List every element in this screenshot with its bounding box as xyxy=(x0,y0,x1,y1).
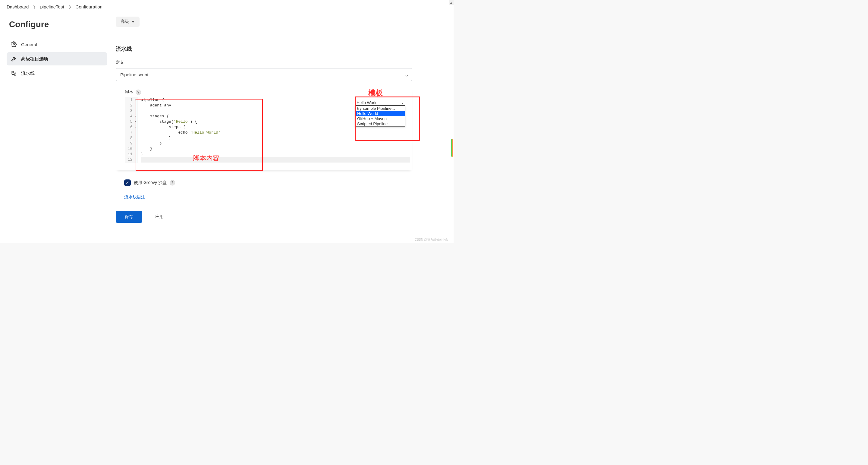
sidebar-item-general[interactable]: General xyxy=(7,38,107,51)
advanced-button[interactable]: 高级 ▼ xyxy=(116,17,140,27)
section-title-pipeline: 流水线 xyxy=(116,45,412,53)
help-icon[interactable]: ? xyxy=(135,90,141,95)
annotation-label-template: 模板 xyxy=(368,88,383,98)
pipeline-syntax-link[interactable]: 流水线语法 xyxy=(124,195,145,199)
divider xyxy=(116,38,412,38)
sandbox-checkbox[interactable]: ✓ xyxy=(124,179,131,186)
svg-point-0 xyxy=(13,44,15,45)
template-options-list: try sample Pipeline...Hello WorldGitHub … xyxy=(355,106,405,127)
editor-gutter: 1▾234▾5▾6▾789101112 xyxy=(125,97,138,163)
main-content: 高级 ▼ 流水线 定义 Pipeline script ⌵ 脚本 ? 1▾234… xyxy=(112,13,419,235)
script-label: 脚本 xyxy=(125,90,133,95)
sidebar-item-label: General xyxy=(21,42,37,47)
watermark: CSDN @努力成长的小余 xyxy=(415,238,448,242)
template-option[interactable]: Scripted Pipeline xyxy=(355,121,405,126)
definition-value: Pipeline script xyxy=(120,72,148,77)
scroll-indicator[interactable] xyxy=(451,139,453,157)
scroll-up-arrow[interactable]: ▲ xyxy=(449,0,454,5)
breadcrumb-pipelinetest[interactable]: pipelineTest xyxy=(40,4,64,9)
definition-select[interactable]: Pipeline script ⌵ xyxy=(116,68,412,81)
sidebar-item-label: 流水线 xyxy=(21,70,35,76)
wrench-icon xyxy=(11,56,17,62)
template-selected-value: Hello World xyxy=(356,100,378,105)
save-button[interactable]: 保存 xyxy=(116,211,142,223)
help-icon[interactable]: ? xyxy=(170,180,175,185)
breadcrumb: Dashboard ❯ pipelineTest ❯ Configuration xyxy=(0,0,454,13)
breadcrumb-dashboard[interactable]: Dashboard xyxy=(7,4,29,9)
sidebar-item-label: 高级项目选项 xyxy=(21,56,48,62)
annotation-label-script: 脚本内容 xyxy=(193,154,219,163)
apply-button[interactable]: 应用 xyxy=(147,211,172,223)
sidebar-item-pipeline[interactable]: 流水线 xyxy=(7,67,107,80)
chevron-right-icon: ❯ xyxy=(68,5,71,9)
sidebar-item-advanced-options[interactable]: 高级项目选项 xyxy=(7,52,107,65)
breadcrumb-configuration[interactable]: Configuration xyxy=(76,4,102,9)
sandbox-label: 使用 Groovy 沙盒 xyxy=(134,180,167,185)
advanced-button-label: 高级 xyxy=(121,19,129,24)
template-select[interactable]: Hello World ⌄ xyxy=(355,100,405,106)
template-option[interactable]: try sample Pipeline... xyxy=(355,106,405,111)
definition-label: 定义 xyxy=(116,60,412,65)
chevron-right-icon: ❯ xyxy=(33,5,36,9)
sidebar: Configure General 高级项目选项 流水线 xyxy=(0,13,112,235)
chevron-down-icon: ⌄ xyxy=(401,101,404,104)
page-title: Configure xyxy=(7,20,107,29)
script-panel: 脚本 ? 1▾234▾5▾6▾789101112 pipeline { agen… xyxy=(116,87,412,170)
gear-icon xyxy=(11,41,17,47)
chevron-down-icon: ⌵ xyxy=(405,72,408,77)
template-option[interactable]: Hello World xyxy=(355,111,405,116)
template-option[interactable]: GitHub + Maven xyxy=(355,116,405,121)
chevron-down-icon: ▼ xyxy=(131,20,135,24)
pipeline-icon xyxy=(11,70,17,76)
